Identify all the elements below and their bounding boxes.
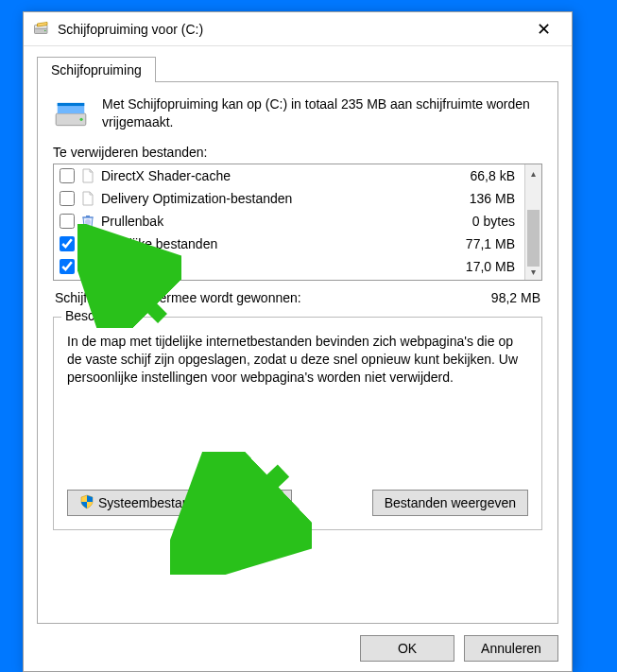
ok-label: OK [398,641,417,656]
file-checkbox[interactable] [60,259,75,274]
svg-point-8 [85,219,91,225]
tab-disk-cleanup[interactable]: Schijfopruiming [37,57,156,82]
scroll-up-icon[interactable]: ▴ [525,164,541,181]
close-icon: ✕ [537,19,551,40]
view-files-label: Bestanden weergeven [385,495,516,510]
file-name: Delivery Optimization-bestanden [101,191,443,206]
description-legend: Beschrijving [61,308,140,323]
document-icon [80,168,95,183]
file-size: 77,1 MB [443,236,519,251]
document-icon [80,191,95,206]
description-group: Beschrijving In de map met tijdelijke in… [53,317,542,530]
view-files-button[interactable]: Bestanden weergeven [372,490,528,516]
file-size: 0 bytes [443,214,519,229]
document-icon [80,236,95,251]
clean-system-files-button[interactable]: Systeembestanden opschonen [67,490,292,516]
hard-drive-icon [53,95,89,131]
svg-point-6 [80,118,83,121]
file-size: 136 MB [443,191,519,206]
file-name: Miniaturen [101,259,443,274]
scroll-track[interactable] [525,181,541,263]
shield-icon [79,494,94,512]
cancel-label: Annuleren [481,641,541,656]
titlebar: Schijfopruiming voor (C:) ✕ [24,12,572,46]
file-checkbox[interactable] [60,168,75,183]
tab-label: Schijfopruiming [51,62,142,78]
close-button[interactable]: ✕ [523,15,564,43]
gain-label: Schijfruimte die hiermee wordt gewonnen: [55,290,301,305]
clean-system-files-label: Systeembestanden opschonen [98,495,280,510]
svg-rect-5 [58,103,85,106]
gain-row: Schijfruimte die hiermee wordt gewonnen:… [55,290,540,305]
document-icon [80,259,95,274]
dialog-buttons: OK Annuleren [24,624,572,672]
tab-area: Schijfopruiming Met Schijfopruiming kan … [24,46,572,624]
file-size: 17,0 MB [443,259,519,274]
file-list: DirectX Shader-cache66,8 kBDelivery Opti… [53,164,542,281]
file-size: 66,8 kB [443,168,519,183]
file-list-row[interactable]: Prullenbak0 bytes [54,210,524,233]
file-name: DirectX Shader-cache [101,168,443,183]
scrollbar[interactable]: ▴ ▾ [524,164,541,280]
scroll-thumb[interactable] [527,210,540,267]
file-list-row[interactable]: Miniaturen17,0 MB [54,255,524,278]
file-checkbox[interactable] [60,191,75,206]
file-list-items: DirectX Shader-cache66,8 kBDelivery Opti… [54,164,524,280]
disk-cleanup-dialog: Schijfopruiming voor (C:) ✕ Schijfopruim… [23,11,573,672]
svg-rect-7 [86,215,90,217]
file-list-row[interactable]: DirectX Shader-cache66,8 kB [54,164,524,187]
ok-button[interactable]: OK [360,635,454,662]
file-checkbox[interactable] [60,236,75,251]
window-title: Schijfopruiming voor (C:) [58,22,523,37]
disk-cleanup-app-icon [33,21,50,38]
gain-value: 98,2 MB [491,290,540,305]
files-heading: Te verwijderen bestanden: [53,145,542,160]
summary-text: Met Schijfopruiming kan op (C:) in totaa… [102,95,542,131]
file-list-row[interactable]: Tijdelijke bestanden77,1 MB [54,233,524,255]
recycle-bin-icon [80,214,95,229]
file-list-row[interactable]: Delivery Optimization-bestanden136 MB [54,187,524,210]
summary-row: Met Schijfopruiming kan op (C:) in totaa… [53,95,542,131]
description-text: In de map met tijdelijke internetbestand… [67,333,528,474]
group-buttons: Systeembestanden opschonen Bestanden wee… [67,490,528,516]
file-name: Prullenbak [101,214,443,229]
cancel-button[interactable]: Annuleren [464,635,558,662]
file-checkbox[interactable] [60,214,75,229]
svg-point-2 [44,29,46,31]
tab-body: Met Schijfopruiming kan op (C:) in totaa… [37,81,558,624]
file-name: Tijdelijke bestanden [101,236,443,251]
